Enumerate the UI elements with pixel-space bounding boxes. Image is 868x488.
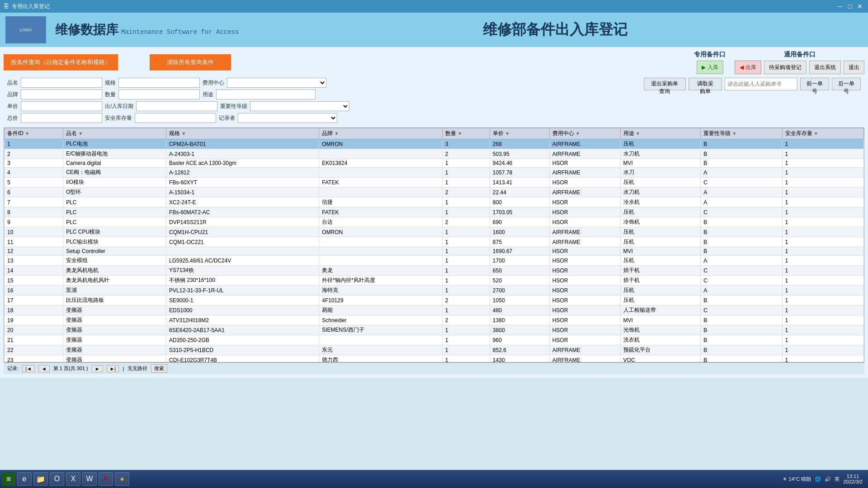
prev-order-button[interactable]: 前一单号 [800, 78, 829, 90]
taskbar-app-word[interactable]: W [82, 472, 97, 486]
taskbar-app-excel[interactable]: X [66, 472, 80, 486]
table-cell: 德力西 [319, 355, 443, 363]
col-qty[interactable]: 数量 ▼ [442, 128, 490, 139]
maximize-button[interactable]: □ [845, 2, 854, 11]
table-row[interactable]: 2E/C轴驱动器电池A-24303-12503.95AIRFRAME水刀机B1 [5, 149, 864, 159]
table-cell: 预硫化平台 [620, 345, 701, 355]
input-unit-price[interactable] [21, 101, 102, 111]
table-row[interactable]: 23变频器CDI-E102G3R7T4B德力西11430AIRFRAMEVOCB… [5, 355, 864, 363]
table-cell: 21 [5, 335, 63, 345]
table-cell: 不锈钢 230*16*100 [166, 276, 319, 286]
next-order-button[interactable]: 后一单号 [832, 78, 861, 90]
col-cost-center[interactable]: 费用中心 ▼ [549, 128, 620, 139]
col-name[interactable]: 品名 ▼ [63, 128, 166, 139]
table-cell: AIRFRAME [549, 188, 620, 197]
table-row[interactable]: 10PLC CPU模块CQM1H-CPU21OMRON11600AIRFRAME… [5, 227, 864, 237]
status-bar: 记录: |◄ ◄ 第 1 页(共 301 ) ► ►| | 无无路径 搜索 [4, 362, 864, 374]
checkout-purchase-button[interactable]: 退出采购单查询 [644, 78, 686, 90]
minimize-button[interactable]: ─ [835, 2, 844, 11]
col-brand[interactable]: 品牌 ▼ [319, 128, 443, 139]
taskbar-app-chrome[interactable]: ● [115, 472, 129, 486]
input-pin-name[interactable] [21, 78, 102, 88]
nav-prev[interactable]: ◄ [38, 365, 50, 372]
select-cost-center[interactable] [227, 78, 326, 88]
table-cell: B [701, 335, 782, 345]
table-row[interactable]: 5I/O模块FBs-60XYTFATEK11413.41HSOR压机C1 [5, 178, 864, 188]
label-total: 总价 [7, 114, 18, 122]
table-cell: 1 [782, 286, 863, 296]
table-cell: HSOR [549, 286, 620, 296]
nav-next[interactable]: ► [92, 365, 103, 372]
select-importance[interactable] [250, 101, 349, 111]
table-row[interactable]: 11PLC输出模块CQM1-OC2211875AIRFRAME压机B1 [5, 237, 864, 247]
taskbar-app-outlook[interactable]: O [50, 472, 64, 486]
table-row[interactable]: 19变频器ATV312H018M2Schneider21380HSORMVIB1 [5, 315, 864, 325]
table-row[interactable]: 15奥龙风机电机风叶不锈钢 230*16*100外径*轴内径*风叶高度1520H… [5, 276, 864, 286]
input-usage[interactable] [216, 89, 316, 99]
table-cell: PLC [63, 217, 166, 227]
col-importance[interactable]: 重要性等级 ▼ [701, 128, 782, 139]
select-recorder[interactable] [238, 113, 337, 123]
table-cell: 23 [5, 355, 63, 363]
nav-first[interactable]: |◄ [22, 365, 35, 372]
general-out-button[interactable]: ◀ 出库 [735, 61, 761, 74]
table-row[interactable]: 14奥龙风机电机YS7134铁奥龙1650HSOR烘干机C1 [5, 266, 864, 276]
label-cost-center: 费用中心 [203, 79, 224, 87]
label-brand: 品牌 [7, 91, 18, 99]
nav-last[interactable]: ►| [107, 365, 119, 372]
taskbar-app-access[interactable]: A [99, 472, 113, 486]
table-row[interactable]: 18变频器EDS1000易能1480HSOR人工检输送带C1 [5, 305, 864, 315]
exit-button[interactable]: 退出 [844, 61, 864, 74]
input-qty[interactable] [118, 89, 200, 99]
label-spec: 规格 [105, 79, 116, 87]
weather-text: 14°C 晴朗 [789, 476, 811, 483]
taskbar-app-folder[interactable]: 📁 [33, 472, 48, 486]
table-cell: 1 [782, 266, 863, 276]
col-id[interactable]: 备件ID ▼ [5, 128, 63, 139]
pending-button[interactable]: 待采购项登记 [764, 61, 807, 74]
input-spec[interactable] [118, 78, 200, 88]
get-order-button[interactable]: 调取采购单 [689, 78, 722, 90]
label-recorder: 记录者 [219, 114, 235, 122]
header-text-group: 维修数据库 Maintenance Software for Access [55, 21, 239, 38]
table-row[interactable]: 22变频器S310-2P5-H1BCD东元1852.6AIRFRAME预硫化平台… [5, 345, 864, 355]
clear-button[interactable]: 清除所有查询条件 [150, 54, 231, 70]
input-brand[interactable] [21, 89, 102, 99]
table-cell: 1 [442, 305, 490, 315]
table-row[interactable]: 12Setup Controller11690.67HSORMVIB1 [5, 247, 864, 256]
close-button[interactable]: ✕ [855, 2, 864, 11]
input-total[interactable] [21, 113, 102, 123]
table-row[interactable]: 8PLCFBs-60MAT2-ACFATEK11703.05HSOR压机C1 [5, 207, 864, 217]
col-price[interactable]: 单价 ▼ [490, 128, 549, 139]
start-button[interactable]: ⊞ [2, 472, 15, 486]
input-safety-stock[interactable] [135, 113, 216, 123]
search-status-btn[interactable]: 搜索 [151, 364, 167, 373]
table-row[interactable]: 21变频器AD350-250-2GB1960HSOR洗衣机B1 [5, 335, 864, 345]
col-usage[interactable]: 用途 ▼ [620, 128, 701, 139]
table-cell: 503.95 [490, 149, 549, 159]
table-cell: 安全模组 [63, 256, 166, 266]
table-cell: 7 [5, 197, 63, 207]
table-row[interactable]: 20变频器6SE6420-2AB17-5AA1SIEMENS/西门子13800H… [5, 325, 864, 335]
table-row[interactable]: 1PLC电池CPM2A-BAT01OMRON3268AIRFRAME压机B1 [5, 139, 864, 149]
col-safety[interactable]: 安全库存量 ▼ [782, 128, 863, 139]
po-number-input[interactable] [725, 78, 797, 90]
exit-sys-button[interactable]: 退出系统 [809, 61, 841, 74]
table-row[interactable]: 13安全模组LG5925.48/61 AC/DC24V11700HSOR压机A1 [5, 256, 864, 266]
input-date[interactable] [136, 101, 217, 111]
table-cell: B [701, 139, 782, 149]
table-row[interactable]: 3Camera digitalBasler ACE acA 1300-30gmE… [5, 159, 864, 168]
taskbar-app-ie[interactable]: e [17, 472, 32, 486]
special-in-button[interactable]: ▶ 入库 [697, 61, 723, 74]
col-spec[interactable]: 规格 ▼ [166, 128, 319, 139]
table-row[interactable]: 16泵浦PVL12-31-33-F-1R-UL海特克12700HSOR压机A1 [5, 286, 864, 296]
search-button[interactable]: 按条件查询（以确定备件名称和规格） [4, 54, 118, 70]
table-row[interactable]: 17比压比流电路板SE9000-14F1012921050HSOR压机B1 [5, 296, 864, 305]
table-cell: 1430 [490, 355, 549, 363]
table-row[interactable]: 6O型环A-15034-1222.44AIRFRAME水刀机A1 [5, 188, 864, 197]
table-cell: 压机 [620, 178, 701, 188]
table-row[interactable]: 9PLCDVP14SS211R台达2690HSOR冷饰机B1 [5, 217, 864, 227]
table-cell: AD350-250-2GB [166, 335, 319, 345]
table-row[interactable]: 4CE阀：电磁阀A-1281211057.78AIRFRAME水刀A1 [5, 168, 864, 178]
table-row[interactable]: 7PLCXC2-24T-E信捷1800HSOR冷水机A1 [5, 197, 864, 207]
